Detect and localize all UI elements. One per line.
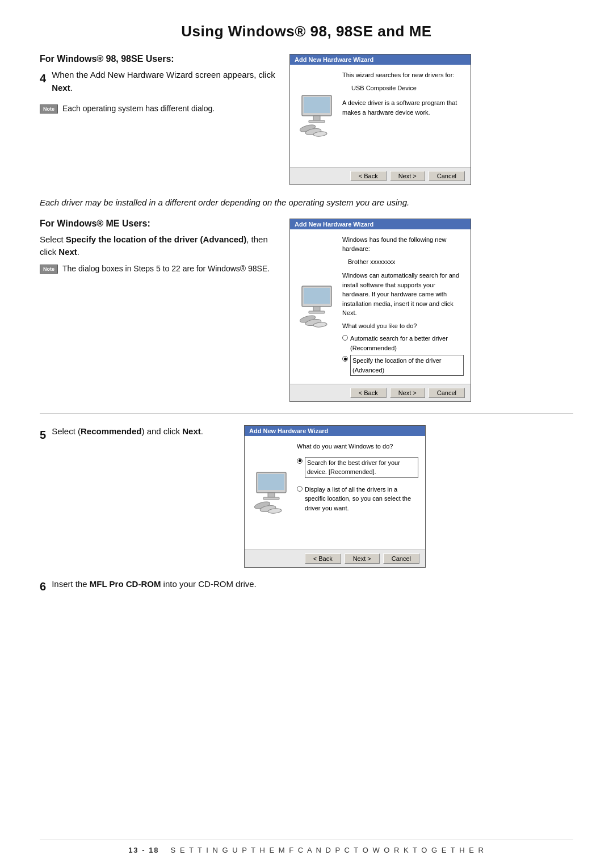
dialog2-title: Add New Hardware Wizard	[290, 219, 471, 229]
dialog2-cancel-button[interactable]: Cancel	[429, 388, 465, 398]
note2-badge: Note	[40, 265, 58, 274]
dialog2-body: Windows has found the following new hard…	[290, 229, 471, 384]
footer-text: S E T T I N G U P T H E M F C A N D P C …	[171, 846, 485, 854]
step4-number: 4	[40, 70, 46, 87]
dialog3-icon-area	[251, 442, 291, 544]
radio1-circle[interactable]	[342, 335, 348, 341]
computer-icon	[297, 93, 336, 139]
dialog3: Add New Hardware Wizard What do you	[244, 425, 426, 568]
dialog3-back-button[interactable]: < Back	[305, 553, 341, 564]
dialog1-content: This wizard searches for new drivers for…	[342, 70, 464, 161]
section-winme: For Windows® ME Users: Select Specify th…	[40, 219, 573, 402]
note2: Note The dialog boxes in Steps 5 to 22 a…	[40, 263, 278, 275]
dialog2: Add New Hardware Wizard Windows has	[289, 219, 471, 402]
step4-text: 4 When the Add New Hardware Wizard scree…	[40, 69, 278, 94]
note2-text: The dialog boxes in Steps 5 to 22 are fo…	[62, 263, 270, 275]
dialog1-body: This wizard searches for new drivers for…	[290, 65, 471, 167]
svg-rect-10	[309, 311, 325, 313]
step5-section: 5 Select (Recommended) and click Next. A…	[40, 425, 573, 568]
section1-header: For Windows® 98, 98SE Users:	[40, 54, 278, 64]
section2-right: Add New Hardware Wizard Windows has	[289, 219, 573, 402]
step5-text: 5 Select (Recommended) and click Next.	[40, 425, 233, 438]
dialog3-content: What do you want Windows to do? Search f…	[297, 442, 418, 544]
dialog1-icon-area	[297, 70, 337, 161]
section1-right: Add New Hardware Wizard	[289, 54, 573, 185]
dialog1-back-button[interactable]: < Back	[350, 171, 387, 181]
svg-rect-1	[304, 97, 330, 113]
dialog1: Add New Hardware Wizard	[289, 54, 471, 185]
dialog3-radio1[interactable]: Search for the best driver for your devi…	[297, 457, 418, 478]
dialog3-radio2[interactable]: Display a list of all the drivers in a s…	[297, 485, 418, 513]
dialog3-next-button[interactable]: Next >	[345, 553, 380, 564]
dialog3-title: Add New Hardware Wizard	[245, 426, 425, 436]
step5-left: 5 Select (Recommended) and click Next.	[40, 425, 233, 443]
svg-rect-15	[258, 474, 284, 490]
dialog1-next-button[interactable]: Next >	[390, 171, 425, 181]
svg-rect-2	[313, 116, 320, 120]
section-win98: For Windows® 98, 98SE Users: 4 When the …	[40, 54, 573, 185]
footer-page-number: 13 - 18	[128, 846, 159, 854]
note1-badge: Note	[40, 104, 58, 114]
dialog2-next-button[interactable]: Next >	[390, 388, 425, 398]
page-title: Using Windows® 98, 98SE and ME	[40, 23, 573, 40]
computer-icon-2	[297, 284, 336, 329]
dialog1-cancel-button[interactable]: Cancel	[429, 171, 465, 181]
step-me-text: Select Specify the location of the drive…	[40, 233, 278, 259]
computer-icon-3	[252, 470, 291, 515]
dialog3-radio1-circle[interactable]	[297, 458, 303, 464]
dialog3-radio2-circle[interactable]	[297, 486, 303, 492]
dialog2-icon-area	[297, 235, 337, 379]
svg-rect-16	[268, 493, 275, 497]
dialog2-radio1[interactable]: Automatic search for a better driver (Re…	[342, 334, 464, 353]
step6-number: 6	[40, 580, 46, 593]
svg-rect-9	[313, 307, 320, 311]
step5-number: 5	[40, 426, 46, 443]
section1-left: For Windows® 98, 98SE Users: 4 When the …	[40, 54, 278, 121]
dialog3-footer: < Back Next > Cancel	[245, 550, 425, 567]
italic-paragraph: Each driver may be installed in a differ…	[40, 196, 573, 209]
note1-text: Each operating system has different dial…	[62, 103, 215, 115]
dialog3-body: What do you want Windows to do? Search f…	[245, 436, 425, 550]
dialog2-back-button[interactable]: < Back	[350, 388, 387, 398]
section-divider	[40, 413, 573, 414]
note1: Note Each operating system has different…	[40, 103, 278, 115]
svg-rect-8	[304, 288, 330, 304]
page-footer: 13 - 18 S E T T I N G U P T H E M F C A …	[40, 840, 573, 854]
step6-section: 6 Insert the MFL Pro CD-ROM into your CD…	[40, 579, 573, 589]
section2-header: For Windows® ME Users:	[40, 219, 278, 229]
dialog3-cancel-button[interactable]: Cancel	[383, 553, 419, 564]
dialog2-content: Windows has found the following new hard…	[342, 235, 464, 379]
dialog2-footer: < Back Next > Cancel	[290, 384, 471, 401]
step5-right: Add New Hardware Wizard What do you	[244, 425, 573, 568]
section2-left: For Windows® ME Users: Select Specify th…	[40, 219, 278, 282]
dialog1-footer: < Back Next > Cancel	[290, 167, 471, 184]
dialog2-radio2[interactable]: Specify the location of the driver (Adva…	[342, 355, 464, 376]
svg-rect-17	[263, 497, 279, 500]
dialog1-title: Add New Hardware Wizard	[290, 54, 471, 65]
svg-rect-3	[309, 120, 325, 123]
radio2-circle[interactable]	[342, 356, 348, 362]
